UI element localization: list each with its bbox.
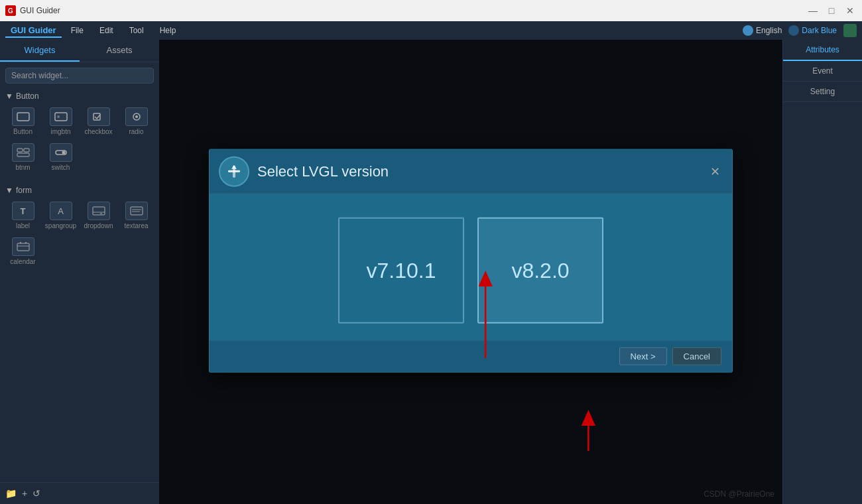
open-folder-button[interactable]: 📁: [5, 488, 17, 499]
svg-rect-1: [55, 113, 67, 121]
widget-group-form-header: ▼ form: [5, 186, 154, 195]
add-item-button[interactable]: +: [22, 488, 27, 499]
next-button[interactable]: Next >: [619, 347, 667, 365]
extra-icon: [843, 24, 857, 37]
widget-imgbtn[interactable]: imgbtn: [43, 105, 78, 138]
radio-icon: [125, 107, 148, 126]
refresh-button[interactable]: ↺: [32, 488, 40, 499]
tab-setting[interactable]: Setting: [783, 82, 862, 102]
imgbtn-icon: [50, 107, 72, 126]
right-panel-tabs: Attributes Event Setting: [783, 40, 862, 102]
main-area: Widgets Assets Search widget... ▼ Button…: [0, 40, 862, 504]
title-bar: G GUI Guider — □ ✕: [0, 0, 862, 21]
widget-group-button: ▼ Button Button imgbtn: [0, 89, 159, 183]
menu-bar: GUI Guider File Edit Tool Help English D…: [0, 21, 862, 40]
textarea-icon: [125, 202, 148, 220]
spangroup-icon: A: [50, 202, 72, 220]
svg-rect-8: [17, 153, 29, 157]
version-card-v7[interactable]: v7.10.1: [338, 218, 464, 324]
create-project-dialog: Select LVGL version ✕ v7.10.1 v8.2.0 Nex…: [209, 149, 733, 373]
widget-switch[interactable]: switch: [43, 141, 78, 174]
right-panel: Attributes Event Setting: [782, 40, 862, 504]
widget-calendar[interactable]: calendar: [5, 235, 40, 268]
tab-widgets[interactable]: Widgets: [0, 40, 80, 62]
tab-event[interactable]: Event: [783, 61, 862, 82]
svg-rect-6: [17, 149, 23, 152]
sidebar-tabs: Widgets Assets: [0, 40, 159, 62]
minimize-button[interactable]: —: [806, 4, 820, 17]
menu-edit[interactable]: Edit: [93, 25, 120, 36]
dialog-close-button[interactable]: ✕: [707, 164, 723, 180]
widget-group-form: ▼ form T label A spangroup dropdown: [0, 183, 159, 277]
svg-marker-22: [231, 165, 237, 169]
btnm-icon: [12, 143, 34, 162]
widget-group-button-header: ▼ Button: [5, 92, 154, 101]
widget-textarea[interactable]: textarea: [119, 199, 154, 232]
dialog-body: v7.10.1 v8.2.0: [210, 194, 732, 340]
svg-point-2: [57, 115, 60, 118]
svg-rect-13: [131, 207, 143, 215]
app-icon: G: [5, 5, 16, 16]
widget-dropdown[interactable]: dropdown: [81, 199, 116, 232]
dialog-logo: [219, 157, 249, 187]
widget-radio[interactable]: radio: [119, 105, 154, 138]
canvas-area: Select LVGL version ✕ v7.10.1 v8.2.0 Nex…: [159, 40, 782, 504]
dialog-header: Select LVGL version ✕: [210, 150, 732, 194]
svg-rect-0: [17, 113, 29, 121]
close-window-button[interactable]: ✕: [843, 4, 857, 17]
label-icon: T: [12, 202, 34, 220]
sidebar-bottom-toolbar: 📁 + ↺: [0, 482, 159, 504]
widget-btnm[interactable]: btnm: [5, 141, 40, 174]
widget-label[interactable]: T label: [5, 199, 40, 232]
tab-attributes[interactable]: Attributes: [783, 40, 862, 61]
lang-icon: [743, 25, 753, 36]
app-name-menu[interactable]: GUI Guider: [5, 24, 62, 38]
tab-assets[interactable]: Assets: [80, 40, 159, 62]
svg-point-10: [62, 151, 65, 155]
maximize-button[interactable]: □: [825, 4, 838, 17]
search-widget-input[interactable]: Search widget...: [5, 68, 154, 84]
widget-button[interactable]: Button: [5, 105, 40, 138]
menu-help[interactable]: Help: [153, 25, 183, 36]
dialog-heading: Select LVGL version: [257, 163, 389, 180]
sidebar: Widgets Assets Search widget... ▼ Button…: [0, 40, 159, 504]
version-card-v8[interactable]: v8.2.0: [477, 218, 603, 324]
button-icon: [12, 107, 34, 126]
svg-rect-7: [24, 149, 29, 152]
checkbox-icon: [88, 107, 110, 126]
widget-grid-button: Button imgbtn checkbox: [5, 105, 154, 174]
widget-grid-form: T label A spangroup dropdown: [5, 199, 154, 268]
switch-icon: [50, 143, 72, 162]
svg-rect-11: [93, 207, 105, 215]
title-bar-text: GUI Guider: [20, 6, 60, 15]
dialog-footer: Next > Cancel: [210, 340, 732, 372]
widget-spangroup[interactable]: A spangroup: [43, 199, 78, 232]
dialog-title-area: Select LVGL version: [219, 157, 389, 187]
theme-icon: [788, 25, 799, 36]
menu-bar-right: English Dark Blue: [743, 24, 857, 37]
dropdown-icon: [88, 202, 110, 220]
language-selector[interactable]: English: [743, 25, 782, 36]
theme-selector[interactable]: Dark Blue: [788, 25, 837, 36]
menu-file[interactable]: File: [64, 25, 90, 36]
calendar-icon: [12, 237, 34, 256]
window-controls: — □ ✕: [806, 4, 857, 17]
cancel-button[interactable]: Cancel: [672, 347, 721, 365]
svg-rect-16: [17, 243, 29, 251]
menu-tool[interactable]: Tool: [123, 25, 151, 36]
svg-point-5: [135, 115, 138, 118]
widget-checkbox[interactable]: checkbox: [81, 105, 116, 138]
